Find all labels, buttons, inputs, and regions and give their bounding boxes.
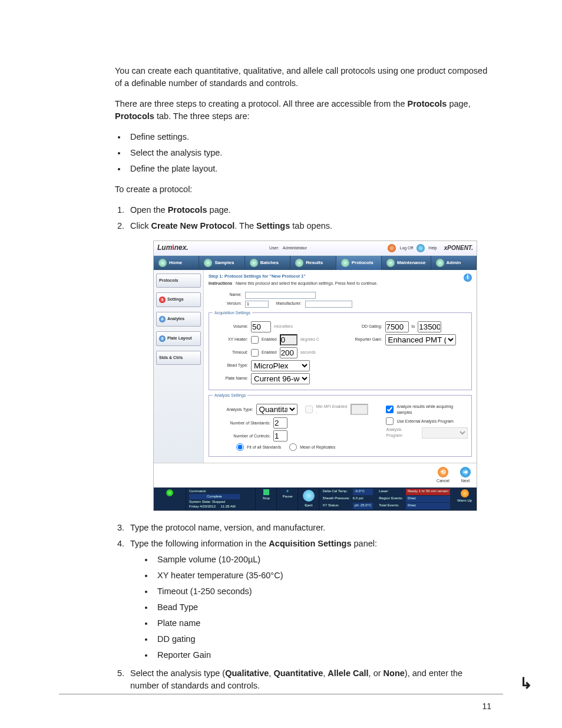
user-value: Administrator xyxy=(283,245,307,251)
name-input[interactable] xyxy=(245,292,316,299)
reportergain-label: Reporter Gain: xyxy=(349,337,382,342)
sidebar-protocols[interactable]: Protocols xyxy=(156,274,201,288)
tab-batches[interactable]: Batches xyxy=(245,256,290,270)
numctrl-input[interactable] xyxy=(273,430,287,442)
list-item: Timeout (1-250 seconds) xyxy=(154,585,491,598)
numstd-label: Number of Standards: xyxy=(213,420,270,426)
list-item: Bead Type xyxy=(154,601,491,614)
samples-icon xyxy=(204,259,212,267)
volume-unit: microliters xyxy=(274,324,293,330)
manufacturer-input[interactable] xyxy=(305,301,352,308)
tab-samples[interactable]: Samples xyxy=(199,256,244,270)
analyze-acquiring-checkbox[interactable] xyxy=(386,406,394,413)
protocols-icon xyxy=(341,259,349,267)
tab-protocols[interactable]: Protocols xyxy=(336,256,382,270)
eject-icon xyxy=(303,490,315,502)
ddgating-high-input[interactable] xyxy=(418,321,441,332)
steps-list: Open the Protocols page. Click Create Ne… xyxy=(115,204,491,232)
list-item: Define settings. xyxy=(127,131,491,143)
status-grid-2: Laser:Ready 1 hr 55 min remain Region Ev… xyxy=(376,487,453,510)
stop-icon xyxy=(263,489,269,495)
fit-mean-radio[interactable] xyxy=(289,443,297,451)
logoff-icon[interactable] xyxy=(388,244,396,252)
info-icon[interactable]: i xyxy=(464,274,472,282)
logoff-link[interactable]: Log Off xyxy=(399,245,413,251)
step-2: Click Create New Protocol. The Settings … xyxy=(127,220,491,232)
help-link[interactable]: Help xyxy=(428,245,437,251)
list-item: XY heater temperature (35-60°C) xyxy=(154,569,491,582)
list-item: Reporter Gain xyxy=(154,649,491,661)
step-title: Step 1: Protocol Settings for "New Proto… xyxy=(209,274,472,280)
analysistype-select[interactable]: Quantitative xyxy=(256,404,297,415)
xy-unit: degrees C xyxy=(300,337,319,342)
external-program-checkbox[interactable] xyxy=(386,417,394,425)
sidebar-plate-layout[interactable]: 3Plate Layout xyxy=(156,331,201,346)
three-steps-list: Define settings. Select the analysis typ… xyxy=(115,131,491,175)
timeout-enabled-checkbox[interactable] xyxy=(251,349,259,357)
platename-select[interactable]: Current 96-well plate xyxy=(251,373,310,384)
connected-icon xyxy=(166,489,173,496)
fit-all-radio[interactable] xyxy=(236,443,244,451)
analysistype-label: Analysis Type: xyxy=(213,407,253,413)
next-button[interactable]: ➔Next xyxy=(458,467,473,484)
tab-admin[interactable]: Admin xyxy=(431,256,477,270)
list-item: Define the plate layout. xyxy=(127,163,491,175)
list-item: Sample volume (10-200µL) xyxy=(154,554,491,566)
version-label: Version: xyxy=(209,301,242,307)
maintenance-icon xyxy=(386,259,395,267)
name-row: Name: xyxy=(209,292,472,299)
acquisition-legend: Acquisition Settings xyxy=(213,310,252,316)
tab-home[interactable]: Home xyxy=(154,256,199,270)
numstd-input[interactable] xyxy=(273,417,287,429)
version-input[interactable] xyxy=(245,301,269,308)
sidebar-stds-ctrls[interactable]: Stds & Ctrls xyxy=(156,351,201,365)
list-item: DD gating xyxy=(154,633,491,645)
ddgating-low-input[interactable] xyxy=(385,321,409,332)
acq-items-list: Sample volume (10-200µL) XY heater tempe… xyxy=(154,554,491,661)
eject-cell[interactable]: Eject xyxy=(298,487,319,510)
sidebar-analytes[interactable]: 2Analytes xyxy=(156,312,201,327)
footer-rule xyxy=(59,694,503,694)
volume-label: Volume: xyxy=(213,324,248,330)
list-item: Select the analysis type. xyxy=(127,147,491,159)
tab-maintenance[interactable]: Maintenance xyxy=(382,256,431,270)
pause-cell[interactable]: II Pause xyxy=(277,487,298,510)
cancel-icon: ⟲ xyxy=(438,467,448,477)
pause-icon: II xyxy=(280,489,295,494)
admin-icon xyxy=(436,259,444,267)
acquisition-settings-fieldset: Acquisition Settings Volume:microliters … xyxy=(209,310,472,390)
minmfi-input[interactable] xyxy=(351,404,368,415)
step-4: Type the following information in the Ac… xyxy=(127,538,491,661)
warmup-cell[interactable]: Warm Up xyxy=(453,487,477,510)
step-badge-2: 2 xyxy=(159,316,166,322)
next-icon: ➔ xyxy=(460,467,471,477)
cancel-button[interactable]: ⟲Cancel xyxy=(435,467,451,484)
platename-label: Plate Name: xyxy=(213,375,248,381)
analysisprogram-select[interactable] xyxy=(422,427,468,439)
tab-results[interactable]: Results xyxy=(290,256,336,270)
status-bar: Command: Complete System State: Stopped … xyxy=(154,487,477,510)
timeout-input[interactable] xyxy=(280,347,297,358)
minmfi-checkbox[interactable] xyxy=(305,406,313,413)
status-grid-1: Delta Cal Temp:-0.0°C Sheath Pressure:6.… xyxy=(319,487,376,510)
stop-cell[interactable]: Stop xyxy=(256,487,277,510)
steps-list-cont: Type the protocol name, version, and man… xyxy=(115,522,491,692)
sidebar-settings[interactable]: 1Settings xyxy=(156,292,201,307)
step-badge-3: 3 xyxy=(159,335,166,342)
volume-input[interactable] xyxy=(251,321,271,332)
reportergain-select[interactable]: Enhanced PMT (High) xyxy=(385,334,456,345)
warmup-icon xyxy=(461,489,469,498)
intro-para-1: You can create each quantitative, qualit… xyxy=(115,65,491,90)
manufacturer-label: Manufacturer: xyxy=(272,301,302,307)
home-icon xyxy=(158,259,167,267)
xyheater-input[interactable] xyxy=(280,334,297,345)
timeout-label: Timeout: xyxy=(213,350,248,355)
version-row: Version: Manufacturer: xyxy=(209,301,472,308)
timeout-unit: seconds xyxy=(300,350,316,355)
analysisprogram-label: Analysis Program: xyxy=(386,427,418,439)
page-number: 11 xyxy=(482,700,491,712)
help-icon[interactable] xyxy=(416,244,425,252)
xyheater-enabled-checkbox[interactable] xyxy=(251,336,259,344)
beadtype-select[interactable]: MicroPlex xyxy=(251,360,310,371)
instructions-row: Instructions Name this protocol and sele… xyxy=(209,281,472,286)
